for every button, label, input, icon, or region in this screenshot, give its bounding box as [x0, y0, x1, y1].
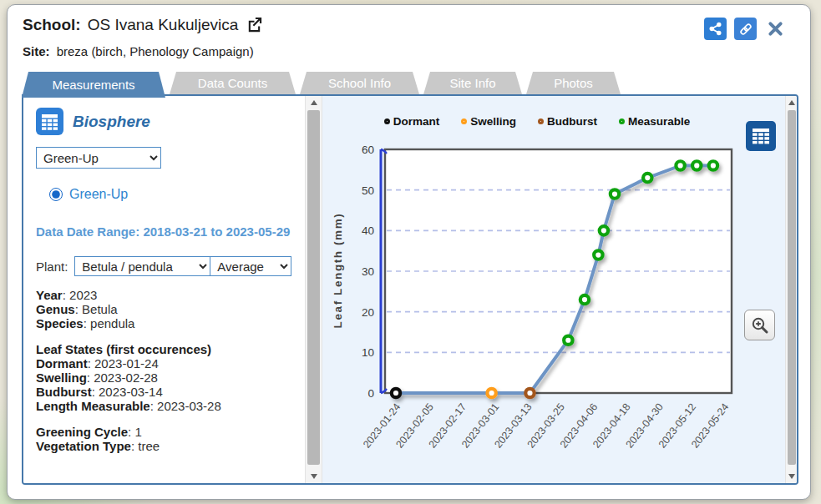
scroll-down-arrow-icon[interactable]	[786, 470, 798, 483]
info-group: Greening Cycle: 1Vegetation Type: tree	[36, 425, 305, 453]
data-point-measurable[interactable]	[600, 226, 608, 234]
info-label: Year	[36, 288, 63, 302]
chart-zoom-button[interactable]	[744, 310, 775, 340]
data-point-dormant[interactable]	[392, 389, 400, 397]
info-row-budburst: Budburst: 2023-03-14	[36, 385, 305, 399]
tab-measurements[interactable]: Measurements	[22, 72, 165, 98]
data-point-measurable[interactable]	[676, 161, 684, 169]
info-row-greening-cycle: Greening Cycle: 1	[36, 425, 305, 439]
data-point-measurable[interactable]	[611, 189, 619, 198]
protocol-select[interactable]: Green-Up	[36, 147, 161, 169]
data-point-measurable[interactable]	[564, 336, 572, 345]
school-label: School:	[23, 16, 81, 34]
data-point-measurable[interactable]	[580, 295, 589, 304]
close-icon	[767, 20, 784, 38]
info-group-heading: Leaf States (first occurences)	[36, 342, 305, 356]
dialog-toolbar	[704, 18, 787, 40]
info-row-vegetation-type: Vegetation Type: tree	[36, 439, 305, 453]
info-value: 1	[134, 425, 141, 439]
plant-label: Plant:	[36, 260, 68, 274]
y-tick-label: 40	[362, 224, 374, 237]
info-label: Dormant	[36, 356, 88, 370]
sidebar-scrollbar-thumb[interactable]	[307, 110, 320, 465]
biosphere-table-icon[interactable]	[36, 108, 63, 135]
info-label: Greening Cycle	[36, 425, 128, 439]
school-detail-dialog: School: OS Ivana Kukuljevica Site: breza…	[7, 4, 811, 500]
data-point-measurable[interactable]	[692, 161, 701, 169]
greenup-radio-label[interactable]: Green-Up	[69, 187, 128, 202]
info-label: Swelling	[36, 370, 87, 385]
scroll-up-arrow-icon[interactable]	[306, 96, 322, 109]
info-group: Leaf States (first occurences)Dormant: 2…	[36, 342, 305, 413]
info-row-length-measurable: Length Measurable: 2023-03-28	[36, 399, 305, 413]
tab-school-info[interactable]: School Info	[300, 72, 419, 94]
close-button[interactable]	[764, 18, 787, 40]
school-name: OS Ivana Kukuljevica	[88, 16, 239, 34]
data-point-measurable[interactable]	[594, 250, 602, 259]
info-label: Vegetation Type	[36, 439, 131, 453]
content-scrollbar[interactable]	[785, 96, 798, 483]
link-icon	[738, 22, 753, 37]
info-value: tree	[138, 439, 160, 453]
external-link-icon[interactable]	[245, 15, 264, 34]
info-row-species: Species: pendula	[36, 316, 305, 330]
phenology-chart[interactable]: 0102030405060Leaf Length (mm)2023-01-242…	[329, 111, 753, 475]
y-axis-title: Leaf Length (mm)	[332, 213, 344, 329]
info-row-year: Year: 2023	[36, 288, 305, 302]
info-label: Species	[36, 316, 84, 330]
data-point-measurable[interactable]	[709, 161, 717, 169]
info-value: 2023-03-14	[99, 385, 163, 399]
data-point-swelling[interactable]	[487, 389, 495, 397]
info-label: Budburst	[36, 385, 92, 399]
data-date-range: Data Date Range: 2018-03-21 to 2023-05-2…	[36, 220, 293, 243]
map-background: { "header": { "school_label": "School:",…	[0, 0, 821, 504]
share-button[interactable]	[704, 18, 727, 40]
sidebar-scrollbar[interactable]	[305, 96, 322, 483]
info-value: 2023	[69, 288, 97, 302]
data-point-measurable[interactable]	[643, 174, 651, 182]
y-tick-label: 0	[367, 387, 374, 400]
tab-data-counts[interactable]: Data Counts	[170, 72, 296, 94]
greenup-radio[interactable]	[49, 188, 63, 201]
site-label: Site:	[23, 44, 50, 58]
chart-panel: DormantSwellingBudburstMeasurable 010203…	[322, 96, 785, 483]
plant-info: Year: 2023Genus: BetulaSpecies: pendulaL…	[36, 288, 305, 453]
magnifier-plus-icon	[750, 315, 770, 335]
info-label: Genus	[36, 302, 75, 316]
plant-select[interactable]: Betula / pendula	[74, 256, 210, 276]
tab-site-info[interactable]: Site Info	[423, 72, 522, 94]
info-value: 2023-01-24	[94, 356, 159, 370]
measurements-sidebar: Biosphere Green-Up Green-Up Data Date Ra…	[23, 96, 305, 483]
y-tick-label: 10	[362, 346, 374, 359]
share-icon	[708, 22, 722, 36]
measurements-content: Biosphere Green-Up Green-Up Data Date Ra…	[22, 94, 798, 485]
info-value: 2023-03-28	[157, 399, 221, 413]
content-scrollbar-thumb[interactable]	[788, 110, 796, 465]
info-row-dormant: Dormant: 2023-01-24	[36, 356, 305, 370]
site-subtitle: Site: breza (birch, Phenology Campaign)	[23, 44, 254, 58]
date-range-label: Data Date Range:	[36, 224, 139, 239]
tab-bar: MeasurementsData CountsSchool InfoSite I…	[22, 72, 621, 96]
info-row-genus: Genus: Betula	[36, 302, 305, 316]
info-row-swelling: Swelling: 2023-02-28	[36, 370, 305, 385]
site-value: breza (birch, Phenology Campaign)	[57, 44, 254, 58]
date-range-value: 2018-03-21 to 2023-05-29	[143, 224, 290, 239]
tab-photos[interactable]: Photos	[526, 72, 621, 94]
scroll-down-arrow-icon[interactable]	[306, 470, 322, 483]
data-point-budburst[interactable]	[525, 389, 534, 397]
info-value: 2023-02-28	[94, 370, 158, 385]
y-tick-label: 50	[362, 184, 374, 197]
info-value: pendula	[90, 316, 134, 330]
info-label: Length Measurable	[36, 399, 150, 413]
scroll-up-arrow-icon[interactable]	[786, 96, 798, 109]
y-tick-label: 30	[362, 265, 374, 278]
info-group: Year: 2023Genus: BetulaSpecies: pendula	[36, 288, 305, 330]
permalink-button[interactable]	[734, 18, 757, 40]
aggregate-select[interactable]: Average	[210, 256, 291, 276]
school-title-row: School: OS Ivana Kukuljevica	[23, 15, 264, 34]
y-tick-label: 60	[362, 144, 374, 156]
protocol-title: Biosphere	[73, 113, 150, 131]
y-tick-label: 20	[362, 306, 374, 319]
info-value: Betula	[82, 302, 118, 316]
